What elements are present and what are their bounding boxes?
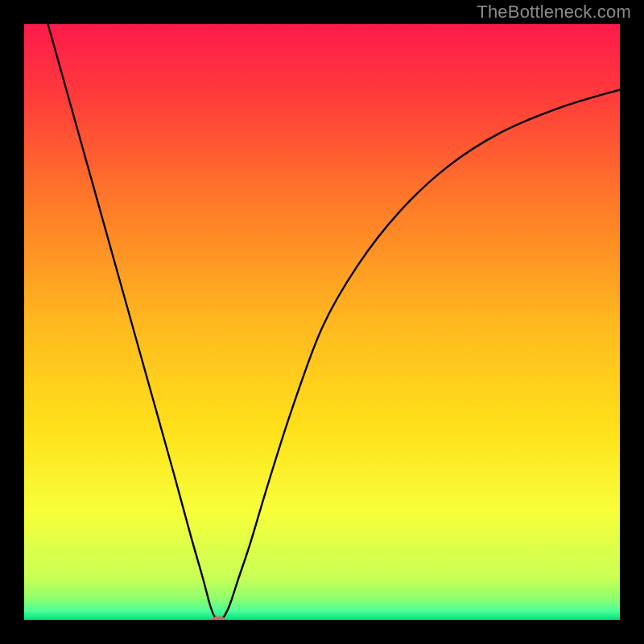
chart-svg	[24, 24, 620, 620]
gradient-background	[24, 24, 620, 620]
watermark-label: TheBottleneck.com	[477, 2, 631, 23]
plot-area	[24, 24, 620, 620]
chart-frame: TheBottleneck.com	[0, 0, 644, 644]
